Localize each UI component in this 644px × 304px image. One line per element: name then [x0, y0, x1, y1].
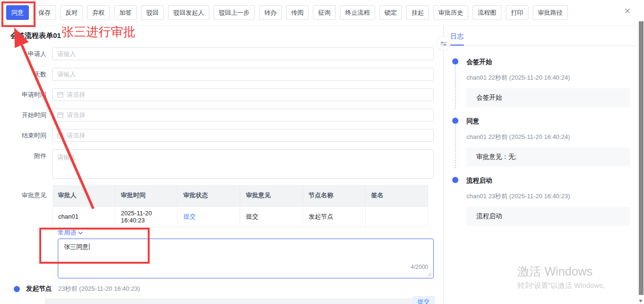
close-icon[interactable]: ✕ — [623, 6, 632, 16]
table-cell[interactable]: 提交 — [178, 206, 240, 227]
toolbar-button-14[interactable]: 审批历史 — [433, 5, 468, 20]
field-placeholder: 请输入 — [57, 154, 76, 161]
log-entry-meta: chan01 22秒前 (2025-11-20 16:40:24) — [466, 74, 630, 82]
form-fields: 申请人请输入天数请输入申请时间请选择开始时间请选择结束时间请选择附件请输入 — [0, 47, 434, 186]
toolbar-button-3[interactable]: 弃权 — [87, 5, 110, 20]
submit-button[interactable]: 提交 — [412, 296, 435, 304]
table-cell: 发起节点 — [303, 206, 365, 227]
log-entry-meta: chan01 23秒前 (2025-11-20 16:40:23) — [466, 192, 630, 201]
field-label-1: 天数 — [0, 68, 52, 81]
form-field-row: 结束时间请选择 — [0, 129, 434, 142]
toolbar-button-7[interactable]: 驳回上一步 — [214, 5, 255, 20]
toolbar-button-11[interactable]: 终止流程 — [340, 5, 375, 20]
comment-text: 张三同意 — [64, 243, 89, 251]
log-entry-detail: 会签开始 — [466, 88, 630, 107]
field-placeholder: 请输入 — [57, 70, 76, 79]
table-header-cell: 审批意见 — [240, 185, 303, 206]
toolbar: 同意保存反对弃权加签驳回驳回发起人驳回上一步转办传阅征询终止流程锁定挂起审批历史… — [0, 0, 637, 26]
calendar-icon — [57, 92, 63, 98]
field-input-0[interactable]: 请输入 — [52, 47, 434, 60]
field-label-3: 开始时间 — [0, 109, 52, 121]
text-caret — [89, 243, 89, 250]
chevron-down-icon — [78, 231, 83, 235]
field-label-4: 结束时间 — [0, 129, 52, 142]
field-placeholder: 请输入 — [57, 50, 76, 58]
watermark-line1: 激活 Windows — [518, 264, 610, 279]
field-input-5[interactable]: 请输入 — [52, 149, 434, 179]
node-dot-icon — [14, 286, 20, 292]
common-phrases-dropdown[interactable]: 常用语 — [58, 229, 83, 237]
timeline-dot-icon — [452, 58, 458, 64]
table-header-cell: 审批状态 — [178, 185, 240, 206]
tab-log[interactable]: 日志 — [450, 32, 464, 41]
table-cell — [365, 206, 428, 227]
scrollbar-down-arrow-icon[interactable] — [639, 300, 643, 303]
form-field-row: 天数请输入 — [0, 68, 434, 81]
approval-comment-input[interactable]: 张三同意 4/2000 — [58, 239, 434, 278]
table-header-row: 审批人审批时间审批状态审批意见节点名称签名 — [53, 185, 428, 206]
table-cell: 2025-11-20 16:40:23 — [115, 206, 178, 227]
field-datepicker-3[interactable]: 请选择 — [52, 109, 434, 121]
field-label-5: 附件 — [0, 149, 52, 162]
toolbar-button-13[interactable]: 挂起 — [406, 5, 429, 20]
common-phrases-label: 常用语 — [58, 229, 76, 237]
table-row: chan012025-11-20 16:40:23提交提交发起节点 — [53, 206, 428, 227]
table-header-cell: 节点名称 — [303, 185, 365, 206]
toolbar-button-5[interactable]: 驳回 — [141, 5, 164, 20]
form-field-row: 附件请输入 — [0, 149, 434, 179]
toolbar-button-0[interactable]: 同意 — [6, 5, 29, 20]
toolbar-button-9[interactable]: 传阅 — [286, 5, 309, 20]
toolbar-button-6[interactable]: 驳回发起人 — [168, 5, 209, 20]
scrollbar-thumb[interactable] — [639, 21, 644, 295]
field-placeholder: 请选择 — [67, 91, 85, 99]
table-cell: 提交 — [240, 206, 303, 227]
node-title: 发起节点 — [26, 285, 52, 293]
form-area: 会签流程表单01 申请人请输入天数请输入申请时间请选择开始时间请选择结束时间请选… — [0, 26, 443, 304]
resize-handle-icon[interactable] — [428, 272, 432, 276]
toolbar-buttons: 同意保存反对弃权加签驳回驳回发起人驳回上一步转办传阅征询终止流程锁定挂起审批历史… — [6, 5, 637, 20]
field-datepicker-2[interactable]: 请选择 — [52, 88, 434, 101]
timeline-dot-icon — [452, 177, 458, 183]
toolbar-button-15[interactable]: 流程图 — [473, 5, 501, 20]
timeline-dot-icon — [452, 118, 458, 124]
form-field-row: 申请人请输入 — [0, 47, 434, 60]
log-entry-detail: 审批意见：无; — [466, 147, 630, 166]
table-cell: chan01 — [53, 206, 115, 227]
windows-activation-watermark: 激活 Windows 转到“设置”以激活 Windows。 — [518, 264, 610, 290]
log-entry-2: 流程启动chan01 23秒前 (2025-11-20 16:40:23)流程启… — [466, 176, 630, 226]
toolbar-button-16[interactable]: 打印 — [506, 5, 528, 20]
form-title: 会签流程表单01 — [10, 31, 61, 40]
log-timeline: 会签开始chan01 22秒前 (2025-11-20 16:40:24)会签开… — [444, 46, 637, 236]
log-entry-1: 同意chan01 22秒前 (2025-11-20 16:40:24)审批意见：… — [466, 117, 630, 166]
approval-table-section: 审批意见 审批人审批时间审批状态审批意见节点名称签名 chan012025-11… — [0, 185, 434, 227]
log-entry-0: 会签开始chan01 22秒前 (2025-11-20 16:40:24)会签开… — [466, 58, 630, 107]
table-header-cell: 审批人 — [53, 185, 115, 206]
log-entry-detail: 流程启动 — [466, 207, 630, 226]
field-placeholder: 请选择 — [67, 131, 85, 140]
node-timestamp: 23秒前 (2025-11-20 16:40:23) — [58, 285, 140, 293]
toolbar-button-17[interactable]: 审批路径 — [533, 5, 568, 20]
log-entry-meta: chan01 22秒前 (2025-11-20 16:40:24) — [466, 133, 630, 141]
form-field-row: 开始时间请选择 — [0, 109, 434, 121]
approval-window: 同意保存反对弃权加签驳回驳回发起人驳回上一步转办传阅征询终止流程锁定挂起审批历史… — [0, 0, 644, 304]
field-placeholder: 请选择 — [67, 111, 85, 120]
field-input-1[interactable]: 请输入 — [52, 68, 434, 81]
toolbar-button-2[interactable]: 反对 — [60, 5, 83, 20]
toolbar-button-8[interactable]: 转办 — [259, 5, 282, 20]
toolbar-button-12[interactable]: 锁定 — [379, 5, 402, 20]
toolbar-button-10[interactable]: 征询 — [313, 5, 336, 20]
node-footer-bar: 提交 — [45, 298, 434, 304]
initiator-node-row: 发起节点 23秒前 (2025-11-20 16:40:23) — [0, 285, 140, 293]
scrollbar-track[interactable] — [637, 0, 644, 304]
calendar-icon — [57, 132, 63, 138]
field-datepicker-4[interactable]: 请选择 — [52, 129, 434, 142]
calendar-icon — [57, 112, 63, 118]
char-counter: 4/2000 — [411, 264, 428, 270]
watermark-line2: 转到“设置”以激活 Windows。 — [518, 281, 610, 290]
toolbar-button-1[interactable]: 保存 — [33, 5, 56, 20]
field-label-2: 申请时间 — [0, 88, 52, 101]
approval-table-label: 审批意见 — [0, 185, 52, 227]
table-header-cell: 审批时间 — [115, 185, 178, 206]
toolbar-button-4[interactable]: 加签 — [114, 5, 137, 20]
form-field-row: 申请时间请选择 — [0, 88, 434, 101]
